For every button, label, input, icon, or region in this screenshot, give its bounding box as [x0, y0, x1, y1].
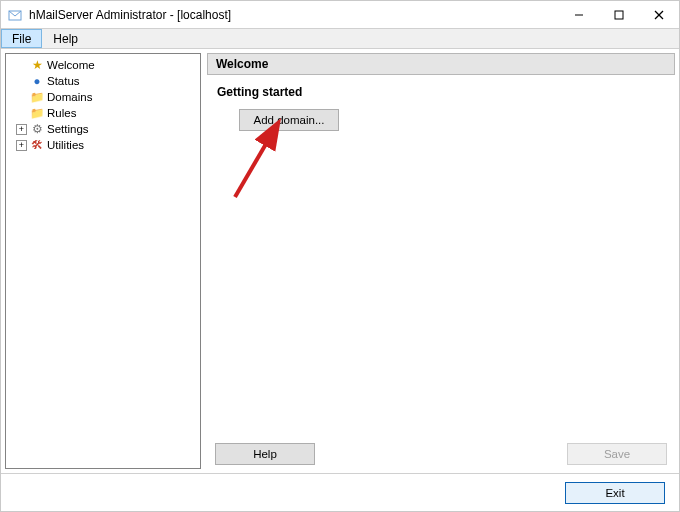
folder-icon: 📁: [30, 106, 44, 120]
tree-label: Status: [47, 75, 80, 87]
star-icon: ★: [30, 58, 44, 72]
tree-label: Utilities: [47, 139, 84, 151]
app-icon: [7, 7, 23, 23]
tree-item-domains[interactable]: 📁 Domains: [8, 89, 198, 105]
maximize-button[interactable]: [599, 1, 639, 29]
panel-title: Welcome: [207, 53, 675, 75]
gear-icon: ⚙: [30, 122, 44, 136]
tree-item-utilities[interactable]: + 🛠 Utilities: [8, 137, 198, 153]
tree-item-status[interactable]: ● Status: [8, 73, 198, 89]
menu-help[interactable]: Help: [42, 29, 89, 48]
save-button: Save: [567, 443, 667, 465]
expand-icon[interactable]: +: [16, 140, 27, 151]
tree-label: Rules: [47, 107, 76, 119]
exit-button[interactable]: Exit: [565, 482, 665, 504]
add-domain-button[interactable]: Add domain...: [239, 109, 339, 131]
minimize-button[interactable]: [559, 1, 599, 29]
section-heading: Getting started: [207, 83, 675, 101]
tree-item-rules[interactable]: 📁 Rules: [8, 105, 198, 121]
menubar: File Help: [1, 29, 679, 49]
tools-icon: 🛠: [30, 139, 44, 151]
globe-icon: ●: [30, 75, 44, 87]
expand-icon[interactable]: +: [16, 124, 27, 135]
help-button[interactable]: Help: [215, 443, 315, 465]
tree-label: Settings: [47, 123, 89, 135]
tree-label: Domains: [47, 91, 92, 103]
svg-rect-2: [615, 11, 623, 19]
svg-line-5: [235, 125, 277, 197]
tree-label: Welcome: [47, 59, 95, 71]
nav-tree: ★ Welcome ● Status 📁 Domains 📁 Rules + ⚙: [5, 53, 201, 469]
window-title: hMailServer Administrator - [localhost]: [29, 8, 559, 22]
folder-icon: 📁: [30, 90, 44, 104]
close-button[interactable]: [639, 1, 679, 29]
tree-item-welcome[interactable]: ★ Welcome: [8, 57, 198, 73]
tree-item-settings[interactable]: + ⚙ Settings: [8, 121, 198, 137]
menu-file[interactable]: File: [1, 29, 42, 48]
